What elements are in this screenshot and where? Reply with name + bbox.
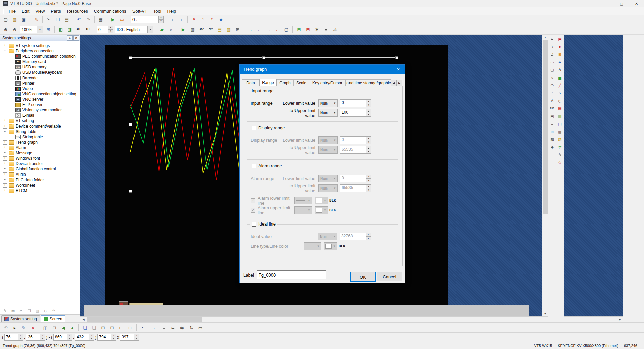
fit-width-icon[interactable]: ◧ [56, 25, 65, 34]
bargraph-part-icon[interactable]: ▅ [556, 74, 564, 81]
select-mode-icon[interactable]: ▸ [10, 323, 19, 332]
menu-view[interactable]: View [32, 8, 48, 14]
tree-item-barcode[interactable]: Barcode [0, 75, 80, 81]
tree-item-vnc-connection-object-setting[interactable]: VNC connection object setting [0, 91, 80, 97]
scroll-up-icon[interactable]: ▲ [542, 35, 548, 40]
print-icon[interactable]: ▦ [96, 15, 105, 24]
tree-expander-icon[interactable]: + [3, 172, 7, 177]
tree-item-plc-communication-condition[interactable]: PLC communication condition [0, 54, 80, 59]
cut-icon[interactable]: ✂ [44, 15, 53, 24]
coord-width-field[interactable]: 794▲▼ [97, 334, 116, 341]
scroll-left-icon[interactable]: ◀ [80, 317, 86, 322]
tree-item-windows-font[interactable]: +Windows font [0, 156, 80, 161]
switch-part-icon[interactable]: ▣ [556, 35, 564, 43]
message-part-icon[interactable]: ▥ [556, 112, 564, 120]
close-button[interactable]: ✕ [629, 0, 644, 7]
tree-expander-icon[interactable]: + [3, 124, 7, 129]
tree-expander-icon[interactable]: + [3, 44, 7, 48]
rotate-left-icon[interactable]: ◀ [59, 323, 68, 332]
tree-item-rtcm[interactable]: +RTCM [0, 188, 80, 193]
tree-expander-icon[interactable]: + [3, 178, 7, 182]
input-lower-value-field[interactable]: 0▲▼ [340, 99, 371, 107]
align-center-icon[interactable]: ⊓ [126, 323, 135, 332]
vt-display-icon[interactable]: ▢ [282, 25, 291, 34]
coord-y2-field[interactable]: 432▲▼ [75, 334, 94, 341]
coord-x2-field[interactable]: 869▲▼ [53, 334, 72, 341]
coord-y1-field[interactable]: 36▲▼ [26, 334, 45, 341]
tree-expander-icon[interactable]: + [3, 189, 7, 193]
dialog-tab-data[interactable]: Data [242, 79, 259, 86]
panel-tool-icon-3[interactable]: ✂ [17, 307, 25, 314]
ungroup-icon[interactable]: ⊟ [108, 323, 116, 332]
tree-item-video[interactable]: Video [0, 86, 80, 91]
menu-help[interactable]: Help [164, 8, 179, 14]
dialog-tab-scale[interactable]: Scale [293, 79, 309, 86]
input-upper-value-field[interactable]: 100▲▼ [340, 109, 371, 117]
device-monitor-icon[interactable]: ▶ [179, 25, 188, 34]
ideal-line-checkbox[interactable] [252, 222, 256, 227]
font-color-icon[interactable]: A [138, 323, 147, 332]
selection-handle[interactable] [262, 56, 265, 59]
settings-gear-icon[interactable]: ✱ [313, 25, 321, 34]
undo-shape-icon[interactable]: ↶ [1, 323, 10, 332]
tree-expander-icon[interactable]: + [3, 146, 7, 150]
panel-tool-icon-2[interactable]: ▭ [9, 307, 17, 314]
all-on-icon[interactable]: ALL [74, 25, 83, 34]
group-icon[interactable]: ⊞ [99, 323, 107, 332]
tree-expander-icon[interactable]: + [3, 119, 7, 123]
menu-parts[interactable]: Parts [48, 8, 64, 14]
tree-item-alarm[interactable]: +Alarm [0, 145, 80, 150]
align-left-icon[interactable]: ⊏ [117, 323, 125, 332]
meter-part-icon[interactable]: ◑ [556, 89, 564, 97]
tree-expander-icon[interactable]: + [3, 162, 7, 166]
rounded-rect-tool-icon[interactable]: ▢ [548, 66, 556, 73]
delete-object-icon[interactable]: ✕ [29, 323, 37, 332]
vertical-scrollbar[interactable]: ▲ ▼ [542, 35, 548, 316]
tree-item-printer[interactable]: Printer [0, 81, 80, 86]
text-tool-icon[interactable]: A [548, 97, 556, 104]
menu-communications[interactable]: Communications [91, 8, 129, 14]
display-range-checkbox[interactable] [252, 126, 256, 130]
align-top-icon[interactable]: ⌐ [151, 323, 159, 332]
memo-part-icon[interactable]: ✎ [556, 151, 564, 158]
numeric-part-icon[interactable]: 12 [556, 58, 564, 66]
distribute-v-icon[interactable]: ⇅ [187, 323, 196, 332]
open-project-icon[interactable]: ▥ [10, 15, 19, 24]
recipe-part-icon[interactable]: ▧ [556, 136, 564, 143]
coord-height-field[interactable]: 397▲▼ [120, 334, 139, 341]
device-id-spin[interactable]: 0▲▼ [97, 26, 113, 33]
search-doc-icon[interactable]: ▥ [188, 25, 197, 34]
distribute-h-icon[interactable]: ⇆ [178, 323, 186, 332]
tree-item-audio[interactable]: +Audio [0, 172, 80, 177]
flow-part-icon[interactable]: ⇄ [556, 143, 564, 151]
menu-resources[interactable]: Resources [64, 8, 91, 14]
next-page-icon[interactable]: ↓ [168, 15, 177, 24]
selection-handle[interactable] [129, 56, 132, 59]
dialog-close-icon[interactable]: ✕ [392, 65, 405, 74]
page-select[interactable]: 0 :▲▼ [131, 16, 164, 23]
tree-expander-icon[interactable]: + [3, 167, 7, 171]
misc-part-icon[interactable]: ◇ [556, 159, 564, 166]
horizontal-scroll-thumb[interactable] [87, 317, 202, 322]
edit-vertex-icon[interactable]: ✎ [19, 323, 28, 332]
text-check-icon[interactable]: ABC [197, 25, 206, 34]
tab-system-setting[interactable]: System setting [1, 315, 40, 322]
tree-item-message[interactable]: +Message [0, 150, 80, 156]
image-tool-icon[interactable]: ▣ [548, 112, 556, 120]
pin-icon[interactable]: ⊼ [67, 35, 73, 41]
tree-item-usb-mouse-keyboard[interactable]: USB Mouse/Keyboard [0, 70, 80, 75]
memory-icon[interactable]: ▤ [215, 25, 224, 34]
text-part-icon[interactable]: A [556, 66, 564, 73]
zoom-level-select[interactable]: 100%▼ [20, 26, 43, 33]
panel-tool-icon-4[interactable]: ❏ [25, 307, 33, 314]
tree-item-vision-system-monitor[interactable]: Vision system monitor [0, 107, 80, 113]
tree-item-plc-data-folder[interactable]: +PLC data folder [0, 177, 80, 183]
ok-button[interactable]: OK [350, 272, 376, 282]
hatch-tool-icon[interactable]: ▩ [548, 136, 556, 143]
tree-expander-icon[interactable]: + [3, 156, 7, 161]
save-icon[interactable]: ▣ [19, 15, 28, 24]
trendgraph-part-icon[interactable]: ╱ [556, 82, 564, 89]
panel-close-icon[interactable]: ✕ [73, 35, 79, 41]
transfer-to-vt-icon[interactable]: → [246, 25, 255, 34]
dialog-tab-range[interactable]: Range [259, 79, 277, 86]
